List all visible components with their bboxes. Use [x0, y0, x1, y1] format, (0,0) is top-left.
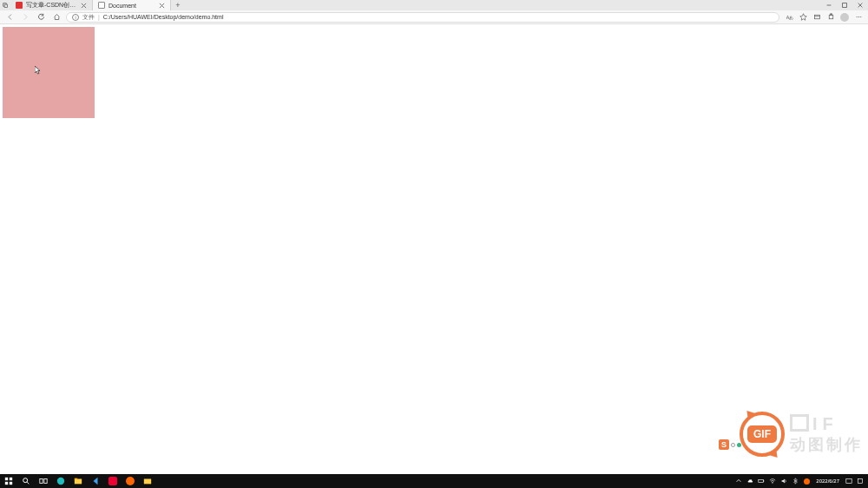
url-separator: |: [98, 14, 100, 20]
tab-title: 写文章-CSDN创作中心: [26, 1, 77, 10]
profile-avatar[interactable]: [838, 11, 851, 23]
watermark-caption: 动图制作: [790, 434, 863, 455]
svg-rect-13: [10, 478, 12, 480]
site-info-icon[interactable]: i: [72, 14, 79, 21]
svg-rect-8: [830, 14, 832, 16]
windows-taskbar: 2022/6/27: [0, 474, 868, 488]
svg-point-26: [773, 483, 773, 484]
tray-volume-icon[interactable]: [779, 477, 788, 485]
refresh-button[interactable]: [35, 11, 47, 23]
svg-rect-3: [843, 3, 847, 8]
tray-app-icon[interactable]: [802, 477, 811, 485]
url-path: C:/Users/HUAWEI/Desktop/demo/demo.html: [103, 14, 224, 20]
svg-point-11: [860, 16, 861, 17]
back-button[interactable]: [3, 11, 16, 23]
svg-point-9: [856, 16, 857, 17]
window-controls: [821, 0, 868, 10]
taskbar-app-red[interactable]: [104, 474, 122, 488]
close-window-button[interactable]: [852, 0, 868, 10]
svg-rect-24: [759, 479, 764, 482]
close-icon[interactable]: [81, 3, 87, 9]
menu-icon[interactable]: [852, 11, 865, 23]
maximize-button[interactable]: [837, 0, 852, 10]
favorites-icon[interactable]: [797, 11, 809, 23]
svg-point-10: [858, 16, 858, 17]
watermark-gif-outline: IF: [790, 414, 835, 434]
page-viewport: S GIF IF 动图制作: [0, 24, 868, 474]
svg-line-17: [27, 482, 29, 484]
tab-actions-icon[interactable]: [0, 0, 10, 10]
input-indicator-icon[interactable]: [856, 477, 865, 485]
taskbar-clock[interactable]: 2022/6/27: [813, 478, 842, 485]
browser-tab-strip: 写文章-CSDN创作中心 Document +: [0, 0, 868, 10]
gif-badge-label: GIF: [747, 425, 777, 443]
tray-bluetooth-icon[interactable]: [791, 477, 799, 485]
gif-badge: S GIF: [740, 412, 785, 457]
svg-rect-12: [5, 478, 8, 480]
taskbar-app-files[interactable]: [139, 474, 156, 488]
gif-watermark: S GIF IF 动图制作: [740, 412, 863, 457]
read-aloud-icon[interactable]: Aあ: [783, 11, 795, 23]
taskbar-app-explorer[interactable]: [69, 474, 87, 488]
browser-tab-csdn[interactable]: 写文章-CSDN创作中心: [10, 0, 93, 10]
tab-title: Document: [108, 3, 155, 9]
svg-rect-22: [75, 478, 77, 480]
task-view-button[interactable]: [35, 474, 52, 488]
svg-rect-23: [144, 479, 151, 485]
taskbar-app-orange[interactable]: [122, 474, 139, 488]
sogou-ime-icon: S: [719, 439, 729, 450]
svg-rect-28: [858, 479, 863, 484]
svg-point-20: [57, 478, 64, 485]
forward-button[interactable]: [19, 11, 31, 23]
home-button[interactable]: [50, 11, 62, 23]
svg-rect-1: [4, 4, 8, 8]
browser-tab-document[interactable]: Document: [93, 0, 171, 10]
toolbar-right-icons: Aあ: [783, 11, 865, 23]
favicon-csdn: [16, 2, 23, 9]
url-scheme-label: 文件: [82, 13, 95, 22]
watermark-text: IF 动图制作: [790, 414, 863, 455]
svg-rect-15: [10, 482, 12, 485]
tray-onedrive-icon[interactable]: [746, 477, 754, 485]
favicon-document: [98, 2, 105, 9]
address-bar[interactable]: i 文件 | C:/Users/HUAWEI/Desktop/demo/demo…: [66, 12, 779, 23]
svg-rect-21: [75, 479, 82, 485]
extensions-icon[interactable]: [825, 11, 837, 23]
notifications-icon[interactable]: [845, 477, 853, 485]
taskbar-app-vscode[interactable]: [87, 474, 104, 488]
svg-rect-18: [40, 479, 43, 484]
search-button[interactable]: [17, 474, 35, 488]
close-icon[interactable]: [159, 3, 165, 9]
svg-rect-5: [814, 15, 819, 19]
minimize-button[interactable]: [821, 0, 837, 10]
tray-wifi-icon[interactable]: [768, 477, 777, 485]
ime-dot: [731, 443, 735, 447]
svg-rect-25: [764, 480, 765, 482]
demo-box[interactable]: [3, 27, 95, 118]
svg-rect-27: [846, 479, 852, 484]
taskbar-app-edge[interactable]: [52, 474, 69, 488]
svg-point-16: [23, 478, 28, 483]
new-tab-button[interactable]: +: [171, 0, 185, 10]
tray-battery-icon[interactable]: [757, 477, 766, 485]
start-button[interactable]: [0, 474, 17, 488]
collections-icon[interactable]: [811, 11, 823, 23]
svg-rect-19: [44, 479, 47, 484]
svg-rect-7: [829, 15, 833, 19]
svg-text:Aあ: Aあ: [786, 15, 792, 20]
tray-chevron-icon[interactable]: [734, 477, 743, 485]
svg-rect-14: [5, 482, 8, 485]
browser-toolbar: i 文件 | C:/Users/HUAWEI/Desktop/demo/demo…: [0, 10, 868, 24]
